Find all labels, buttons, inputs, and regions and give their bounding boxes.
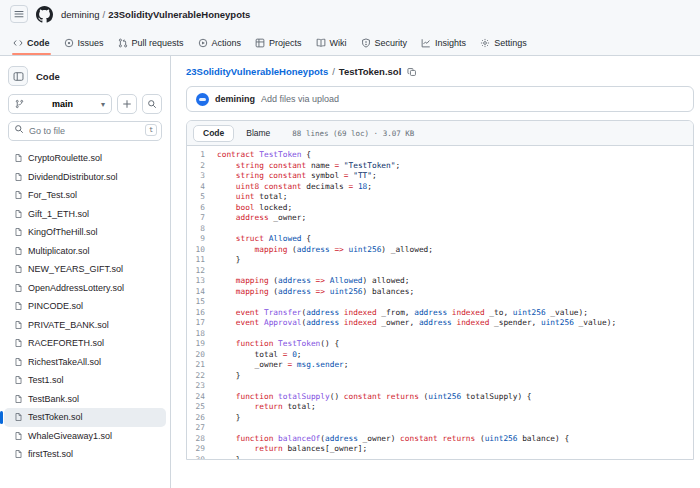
line-number[interactable]: 5 (187, 192, 217, 203)
file-icon (14, 338, 23, 348)
line-number[interactable]: 13 (187, 276, 217, 287)
line-number[interactable]: 12 (187, 266, 217, 277)
issue-opened-icon (64, 38, 74, 48)
hamburger-menu-button[interactable] (10, 5, 28, 23)
line-number[interactable]: 17 (187, 318, 217, 329)
code-line: 4 uint8 constant decimals = 18; (187, 182, 693, 193)
line-number[interactable]: 16 (187, 308, 217, 319)
file-tree-item[interactable]: KingOfTheHill.sol (4, 223, 166, 242)
nav-tab-projects[interactable]: Projects (248, 38, 309, 55)
code-line: 24 function totalSupply() constant retur… (187, 392, 693, 403)
breadcrumb-repo-link[interactable]: 23SolidityVulnerableHoneypots (186, 66, 328, 77)
file-tree-item[interactable]: CryptoRoulette.sol (4, 149, 166, 168)
line-number[interactable]: 8 (187, 224, 217, 235)
file-icon (14, 301, 23, 311)
line-number[interactable]: 28 (187, 434, 217, 445)
goto-file-input[interactable] (8, 121, 162, 141)
nav-tab-insights[interactable]: Insights (414, 38, 473, 55)
file-tree-item[interactable]: RACEFORETH.sol (4, 334, 166, 353)
nav-tab-pull-requests[interactable]: Pull requests (111, 38, 191, 55)
breadcrumb-separator: / (332, 66, 335, 77)
line-number[interactable]: 23 (187, 381, 217, 392)
file-tree-item[interactable]: Test1.sol (4, 371, 166, 390)
line-number[interactable]: 19 (187, 339, 217, 350)
commit-author[interactable]: demining (215, 94, 255, 104)
line-number[interactable]: 26 (187, 413, 217, 424)
nav-tab-security[interactable]: Security (354, 38, 415, 55)
line-number[interactable]: 21 (187, 360, 217, 371)
code-line: 8 (187, 224, 693, 235)
avatar[interactable] (196, 93, 209, 106)
file-tree-item[interactable]: firstTest.sol (4, 445, 166, 464)
code-line-content: } (217, 455, 240, 461)
tab-code[interactable]: Code (193, 125, 234, 142)
branch-selector[interactable]: main ▾ (8, 94, 112, 114)
file-tree-item[interactable]: Gift_1_ETH.sol (4, 205, 166, 224)
nav-tab-settings[interactable]: Settings (473, 38, 534, 55)
line-number[interactable]: 3 (187, 171, 217, 182)
file-tree: CryptoRoulette.solDividendDistributor.so… (0, 147, 170, 464)
owner-link[interactable]: demining (61, 9, 100, 20)
line-number[interactable]: 1 (187, 150, 217, 161)
breadcrumb-separator: / (103, 9, 106, 20)
line-number[interactable]: 22 (187, 371, 217, 382)
file-view: 23SolidityVulnerableHoneypots / TestToke… (171, 56, 700, 488)
nav-tab-code[interactable]: Code (6, 38, 57, 55)
line-number[interactable]: 25 (187, 402, 217, 413)
line-number[interactable]: 11 (187, 255, 217, 266)
file-tree-item[interactable]: For_Test.sol (4, 186, 166, 205)
nav-tab-issues[interactable]: Issues (57, 38, 111, 55)
repo-link[interactable]: 23SolidityVulnerableHoneypots (108, 9, 250, 20)
file-tree-item[interactable]: PINCODE.sol (4, 297, 166, 316)
file-name: TestToken.sol (28, 412, 83, 422)
line-number[interactable]: 30 (187, 455, 217, 461)
copy-path-button[interactable] (407, 67, 417, 77)
line-number[interactable]: 15 (187, 297, 217, 308)
nav-tab-label: Wiki (330, 38, 347, 48)
line-number[interactable]: 2 (187, 161, 217, 172)
latest-commit-bar[interactable]: demining Add files via upload (186, 86, 694, 112)
tab-blame[interactable]: Blame (236, 125, 280, 142)
file-tree-item[interactable]: RichestTakeAll.sol (4, 353, 166, 372)
file-tree-item[interactable]: OpenAddressLottery.sol (4, 279, 166, 298)
file-icon (14, 412, 23, 422)
line-number[interactable]: 29 (187, 444, 217, 455)
commit-message[interactable]: Add files via upload (261, 94, 339, 104)
code-line-content: return total; (217, 402, 316, 413)
file-name: OpenAddressLottery.sol (28, 283, 124, 293)
file-name: Test1.sol (28, 375, 64, 385)
git-pull-request-icon (118, 38, 128, 48)
line-number[interactable]: 9 (187, 234, 217, 245)
file-tree-item[interactable]: Multiplicator.sol (4, 242, 166, 261)
code-line: 18 (187, 329, 693, 340)
file-name: For_Test.sol (28, 190, 77, 200)
file-tree-item[interactable]: WhaleGiveaway1.sol (4, 427, 166, 446)
file-icon (14, 153, 23, 163)
new-file-button[interactable] (117, 94, 137, 114)
nav-tab-actions[interactable]: Actions (191, 38, 249, 55)
file-tree-item[interactable]: PRIVATE_BANK.sol (4, 316, 166, 335)
nav-tab-label: Security (375, 38, 408, 48)
collapse-sidebar-button[interactable] (8, 66, 28, 86)
code-line: 26 } (187, 413, 693, 424)
line-number[interactable]: 10 (187, 245, 217, 256)
file-name: Multiplicator.sol (28, 246, 90, 256)
line-number[interactable]: 4 (187, 182, 217, 193)
line-number[interactable]: 7 (187, 213, 217, 224)
branch-icon (15, 99, 24, 109)
github-mark-icon[interactable] (36, 6, 53, 23)
file-tree-item[interactable]: DividendDistributor.sol (4, 168, 166, 187)
nav-tab-wiki[interactable]: Wiki (309, 38, 354, 55)
line-number[interactable]: 14 (187, 287, 217, 298)
file-tree-item[interactable]: TestToken.sol (4, 408, 166, 427)
file-tree-item[interactable]: NEW_YEARS_GIFT.sol (4, 260, 166, 279)
nav-tab-label: Actions (212, 38, 242, 48)
search-this-repo-button[interactable] (142, 94, 162, 114)
file-name: firstTest.sol (28, 449, 73, 459)
file-tree-item[interactable]: TestBank.sol (4, 390, 166, 409)
line-number[interactable]: 27 (187, 423, 217, 434)
line-number[interactable]: 20 (187, 350, 217, 361)
line-number[interactable]: 6 (187, 203, 217, 214)
line-number[interactable]: 24 (187, 392, 217, 403)
line-number[interactable]: 18 (187, 329, 217, 340)
